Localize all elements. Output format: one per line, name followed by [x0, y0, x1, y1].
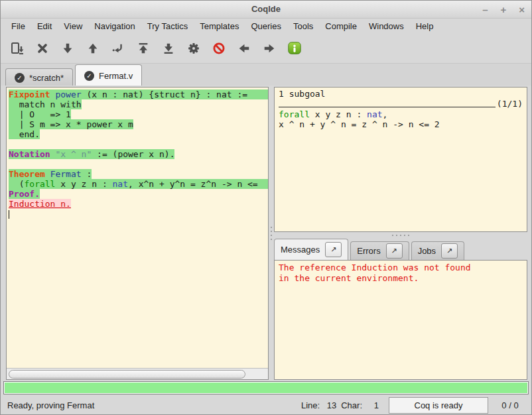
code-line[interactable]	[9, 209, 268, 219]
splitter-dot	[400, 235, 401, 236]
code-editor[interactable]: Fixpoint power (x n : nat) {struct n} : …	[7, 88, 268, 219]
go-to-end-button[interactable]	[157, 37, 180, 60]
goal-line: forall x y z n : nat,	[279, 109, 523, 119]
tab-label: Messages	[281, 245, 320, 255]
arrow-left-icon	[237, 42, 251, 55]
splitter-dot	[392, 235, 393, 236]
tab-label: Jobs	[418, 246, 436, 256]
splitter-dot	[271, 239, 272, 240]
tab-fermat[interactable]: ✓ Fermat.v	[75, 64, 142, 86]
char-label: Char:	[341, 400, 362, 410]
menu-item-file[interactable]: File	[5, 19, 31, 34]
editor-horizontal-scrollbar[interactable]	[7, 368, 268, 379]
maximize-button[interactable]: +	[500, 4, 506, 15]
close-x-icon	[36, 42, 49, 55]
about-button[interactable]	[283, 37, 306, 60]
menu-item-templates[interactable]: Templates	[194, 19, 245, 34]
goal-panel[interactable]: 1 subgoal (1/1) forall x y z n : nat,x ^…	[274, 87, 527, 232]
preferences-button[interactable]	[182, 37, 205, 60]
code-line[interactable]: Fixpoint power (x n : nat) {struct n} : …	[9, 89, 268, 99]
interrupt-button[interactable]	[208, 37, 230, 60]
menu-item-navigation[interactable]: Navigation	[88, 19, 141, 34]
menu-item-queries[interactable]: Queries	[245, 19, 287, 34]
forward-one-button[interactable]	[56, 37, 79, 60]
tab-label: Errors	[357, 246, 380, 256]
menu-item-try-tactics[interactable]: Try Tactics	[141, 19, 194, 34]
save-button[interactable]	[6, 37, 29, 60]
menu-item-windows[interactable]: Windows	[363, 19, 410, 34]
text-cursor	[9, 210, 9, 219]
job-counter: 0 / 0	[496, 400, 525, 410]
minimize-button[interactable]: –	[482, 4, 488, 15]
tab-check-icon: ✓	[84, 71, 94, 81]
scrollbar-thumb[interactable]	[9, 370, 245, 379]
code-editor-panel[interactable]: Fixpoint power (x n : nat) {struct n} : …	[6, 87, 269, 380]
code-line[interactable]: Induction n.	[9, 199, 268, 209]
messages-notebook: Messages ↗ Errors ↗ Jobs ↗ The reference…	[274, 238, 527, 380]
tab-jobs[interactable]: Jobs ↗	[411, 241, 464, 260]
coq-status-box: Coq is ready	[389, 397, 488, 414]
message-line: The reference Induction was not found	[279, 263, 523, 273]
arrow-up-to-bar-icon	[137, 42, 150, 55]
close-button[interactable]: ×	[519, 4, 525, 15]
menu-item-view[interactable]: View	[58, 19, 88, 34]
code-line[interactable]: | O => 1	[9, 109, 268, 119]
code-line[interactable]: match n with	[9, 99, 268, 109]
code-line[interactable]: end.	[9, 129, 268, 139]
tab-messages[interactable]: Messages ↗	[274, 239, 348, 260]
line-label: Line:	[301, 400, 320, 410]
menubar: FileEditViewNavigationTry TacticsTemplat…	[1, 19, 531, 34]
progress-bar	[3, 381, 529, 394]
subgoal-header: 1 subgoal	[279, 89, 523, 99]
status-message: Ready, proving Fermat	[7, 400, 94, 410]
splitter-dot	[271, 227, 272, 228]
code-line[interactable]: Notation "x ^ n" := (power x n).	[9, 149, 268, 159]
vertical-splitter[interactable]	[269, 87, 274, 380]
close-buffer-button[interactable]	[31, 37, 54, 60]
line-value: 13	[324, 400, 336, 410]
splitter-dot	[404, 235, 405, 236]
detach-errors-button[interactable]: ↗	[386, 243, 403, 259]
menu-item-help[interactable]: Help	[410, 19, 440, 34]
document-tabbar: ✓ *scratch* ✓ Fermat.v	[1, 64, 531, 87]
previous-button[interactable]	[233, 37, 255, 60]
tab-scratch[interactable]: ✓ *scratch*	[5, 68, 73, 86]
detach-jobs-button[interactable]: ↗	[441, 243, 458, 259]
code-line[interactable]: | S m => x * power x m	[9, 119, 268, 129]
main-area: Fixpoint power (x n : nat) {struct n} : …	[1, 86, 531, 382]
goal-rule-line	[279, 107, 496, 107]
arrow-down-to-bar-icon	[162, 42, 175, 55]
detach-arrow-icon: ↗	[330, 245, 336, 254]
code-line[interactable]: Proof.	[9, 189, 268, 199]
menu-item-compile[interactable]: Compile	[319, 19, 363, 34]
messages-view[interactable]: The reference Induction was not foundin …	[274, 260, 527, 380]
code-line[interactable]	[9, 159, 268, 169]
code-line[interactable]: Theorem Fermat :	[9, 169, 268, 179]
goal-line: x ^ n + y ^ n = z ^ n -> n <= 2	[279, 119, 523, 129]
menu-item-edit[interactable]: Edit	[31, 19, 58, 34]
tab-label: *scratch*	[29, 73, 64, 83]
go-to-cursor-button[interactable]	[107, 37, 129, 60]
menu-item-tools[interactable]: Tools	[287, 19, 319, 34]
tab-check-icon: ✓	[15, 73, 25, 83]
detach-messages-button[interactable]: ↗	[325, 242, 342, 257]
goal-separator: (1/1)	[279, 99, 523, 109]
code-line[interactable]	[9, 139, 268, 149]
status-right: Line: 13 Char: 1 Coq is ready 0 / 0	[301, 397, 525, 414]
next-button[interactable]	[258, 37, 281, 60]
tab-errors[interactable]: Errors ↗	[350, 241, 409, 260]
goal-counter: (1/1)	[497, 99, 523, 109]
statusbar: Ready, proving Fermat Line: 13 Char: 1 C…	[1, 396, 531, 414]
no-entry-icon	[212, 42, 226, 55]
info-bubble-icon	[287, 41, 302, 56]
window-controls: – + ×	[482, 1, 525, 18]
backward-one-button[interactable]	[82, 37, 104, 60]
horizontal-splitter[interactable]	[274, 232, 527, 238]
arrow-right-icon	[263, 42, 276, 55]
go-to-start-button[interactable]	[132, 37, 155, 60]
arrow-down-icon	[61, 42, 74, 55]
code-line[interactable]: (forall x y z n : nat, x^n + y^n = z^n -…	[9, 179, 268, 189]
char-value: 1	[367, 400, 379, 410]
window-title: CoqIde	[1, 1, 531, 18]
splitter-dot	[396, 235, 397, 236]
